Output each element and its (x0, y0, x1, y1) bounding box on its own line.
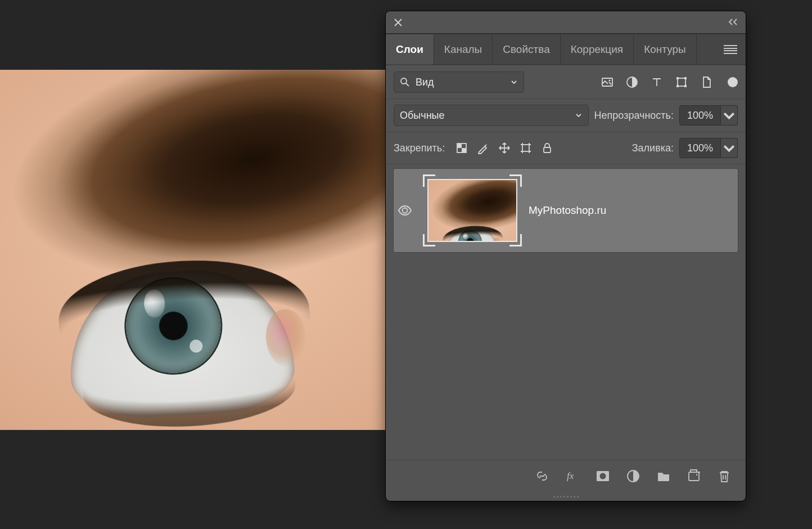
layer-thumbnail[interactable] (427, 179, 517, 242)
layer-row[interactable]: MyPhotoshop.ru (394, 169, 738, 252)
filter-text-icon[interactable] (650, 75, 664, 89)
filter-toggle[interactable] (724, 75, 738, 89)
lock-position-icon[interactable] (498, 141, 511, 155)
tab-layers[interactable]: Слои (386, 34, 434, 65)
tab-adjustments[interactable]: Коррекция (561, 34, 634, 65)
resize-grip[interactable] (386, 492, 746, 501)
opacity-label: Непрозрачность: (594, 110, 674, 122)
lock-pixels-icon[interactable] (476, 141, 490, 155)
fill-value: 100% (687, 142, 713, 154)
link-layers-button[interactable] (534, 468, 550, 484)
layer-name[interactable]: MyPhotoshop.ru (529, 204, 606, 217)
blend-mode-select[interactable]: Обычные (394, 105, 589, 126)
svg-rect-11 (462, 148, 466, 153)
lock-row: Закрепить: Заливка: 100% (386, 132, 746, 164)
eye-photo (0, 70, 386, 430)
fill-input[interactable]: 100% (679, 138, 721, 158)
fill-label: Заливка: (632, 142, 674, 154)
layer-search[interactable]: Вид (394, 71, 524, 93)
tab-properties[interactable]: Свойства (493, 34, 560, 65)
lock-all-icon[interactable] (540, 141, 554, 155)
svg-point-14 (403, 208, 408, 213)
svg-point-17 (600, 473, 606, 479)
svg-rect-13 (544, 147, 551, 153)
svg-point-2 (608, 79, 610, 81)
canvas-image[interactable] (0, 70, 386, 430)
lock-artboard-icon[interactable] (519, 141, 533, 155)
panel-footer: fx (386, 460, 746, 492)
tab-label: Слои (396, 43, 423, 56)
layers-list[interactable]: MyPhotoshop.ru (386, 164, 746, 460)
visibility-toggle[interactable] (394, 203, 416, 218)
svg-rect-7 (676, 85, 679, 87)
panel-menu-button[interactable] (722, 34, 739, 65)
svg-rect-6 (684, 77, 687, 79)
layer-fx-button[interactable]: fx (565, 468, 580, 484)
lock-label: Закрепить: (394, 142, 445, 154)
delete-layer-button[interactable] (716, 468, 732, 484)
collapse-icon[interactable] (728, 18, 739, 26)
filter-adjust-icon[interactable] (625, 75, 639, 89)
filter-smart-icon[interactable] (700, 75, 713, 89)
adjustment-layer-button[interactable] (625, 468, 641, 484)
tab-paths[interactable]: Контуры (634, 34, 697, 65)
panel-titlebar[interactable] (386, 11, 746, 34)
chevron-down-icon (575, 111, 583, 119)
tab-label: Свойства (503, 43, 549, 56)
svg-rect-10 (457, 144, 462, 148)
opacity-input[interactable]: 100% (679, 105, 721, 125)
filter-pixel-icon[interactable] (601, 75, 614, 89)
layers-panel: Слои Каналы Свойства Коррекция Контуры В… (386, 11, 746, 501)
add-mask-button[interactable] (595, 468, 611, 484)
toggle-dot-icon (728, 77, 738, 87)
opacity-stepper[interactable] (721, 105, 738, 125)
blend-row: Обычные Непрозрачность: 100% (386, 99, 746, 132)
svg-rect-19 (689, 472, 699, 481)
panel-tabs: Слои Каналы Свойства Коррекция Контуры (386, 34, 746, 65)
chevron-down-icon (510, 78, 518, 86)
svg-text:fx: fx (567, 470, 574, 481)
menu-icon (724, 45, 737, 54)
tab-label: Каналы (444, 43, 482, 56)
svg-rect-12 (522, 145, 529, 151)
filter-shape-icon[interactable] (675, 75, 688, 89)
opacity-value: 100% (687, 110, 713, 122)
filter-row: Вид (386, 65, 746, 99)
svg-rect-4 (678, 78, 685, 86)
svg-point-0 (401, 78, 407, 84)
search-icon (400, 77, 410, 87)
tab-label: Коррекция (571, 43, 623, 56)
close-icon[interactable] (394, 18, 403, 27)
fill-stepper[interactable] (721, 138, 738, 158)
tab-channels[interactable]: Каналы (434, 34, 493, 65)
group-button[interactable] (656, 468, 671, 484)
svg-rect-8 (684, 85, 687, 87)
search-label: Вид (416, 77, 434, 88)
blend-mode-value: Обычные (400, 110, 445, 122)
new-layer-button[interactable] (686, 468, 702, 484)
svg-rect-5 (676, 77, 679, 79)
eye-icon (397, 203, 413, 218)
tab-label: Контуры (644, 43, 686, 56)
lock-transparency-icon[interactable] (455, 141, 468, 155)
